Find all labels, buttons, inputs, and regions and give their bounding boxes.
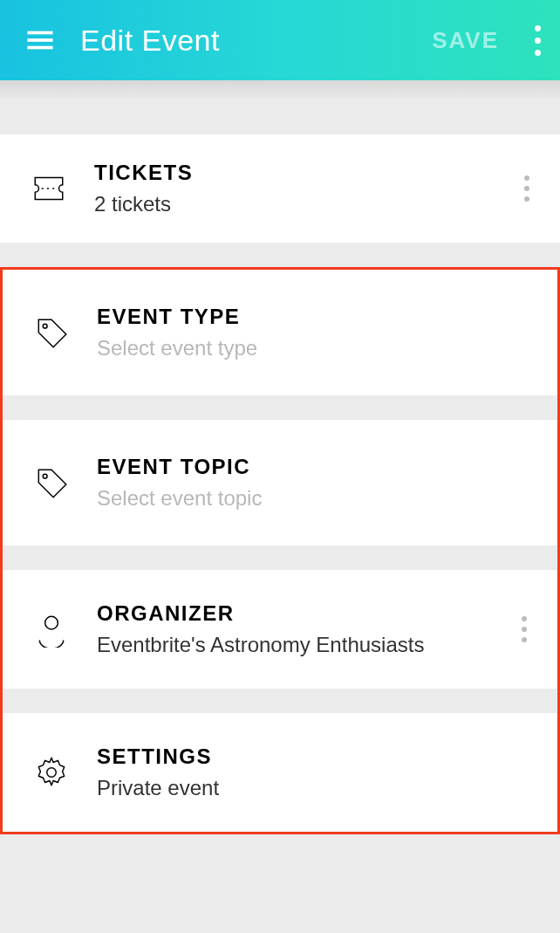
tag-icon xyxy=(25,314,78,351)
header-more-button[interactable] xyxy=(515,25,560,56)
svg-point-9 xyxy=(47,768,57,778)
hamburger-icon xyxy=(25,25,55,55)
menu-button[interactable] xyxy=(0,25,80,55)
organizer-row[interactable]: ORGANIZER Eventbrite's Astronomy Enthusi… xyxy=(3,570,557,689)
svg-point-8 xyxy=(45,616,58,629)
organizer-more-button[interactable] xyxy=(507,616,542,642)
event-type-title: EVENT TYPE xyxy=(97,305,542,329)
page-title: Edit Event xyxy=(80,24,416,58)
person-icon xyxy=(25,611,78,648)
more-vertical-icon xyxy=(524,175,529,202)
svg-point-7 xyxy=(43,474,47,478)
tickets-more-button[interactable] xyxy=(509,175,544,202)
header-shadow xyxy=(0,80,560,99)
event-topic-row[interactable]: EVENT TOPIC Select event topic xyxy=(3,420,557,545)
tag-icon xyxy=(25,464,78,501)
event-topic-title: EVENT TOPIC xyxy=(97,455,542,479)
more-vertical-icon xyxy=(522,616,527,642)
highlighted-section: EVENT TYPE Select event type EVENT TOPIC… xyxy=(0,267,560,834)
settings-title: SETTINGS xyxy=(97,744,542,769)
ticket-icon xyxy=(23,170,75,207)
gear-icon xyxy=(25,754,78,791)
svg-point-6 xyxy=(43,324,47,328)
event-topic-value: Select event topic xyxy=(97,486,542,511)
tickets-title: TICKETS xyxy=(94,161,509,185)
event-type-value: Select event type xyxy=(97,336,542,360)
save-button[interactable]: SAVE xyxy=(416,27,515,54)
settings-row[interactable]: SETTINGS Private event xyxy=(3,713,557,832)
tickets-value: 2 tickets xyxy=(94,192,509,216)
settings-value: Private event xyxy=(97,776,542,800)
organizer-title: ORGANIZER xyxy=(97,601,507,626)
app-header: Edit Event SAVE xyxy=(0,0,560,80)
event-type-row[interactable]: EVENT TYPE Select event type xyxy=(3,270,557,395)
organizer-value: Eventbrite's Astronomy Enthusiasts xyxy=(97,633,507,657)
tickets-row[interactable]: TICKETS 2 tickets xyxy=(0,134,560,243)
more-vertical-icon xyxy=(535,25,541,56)
